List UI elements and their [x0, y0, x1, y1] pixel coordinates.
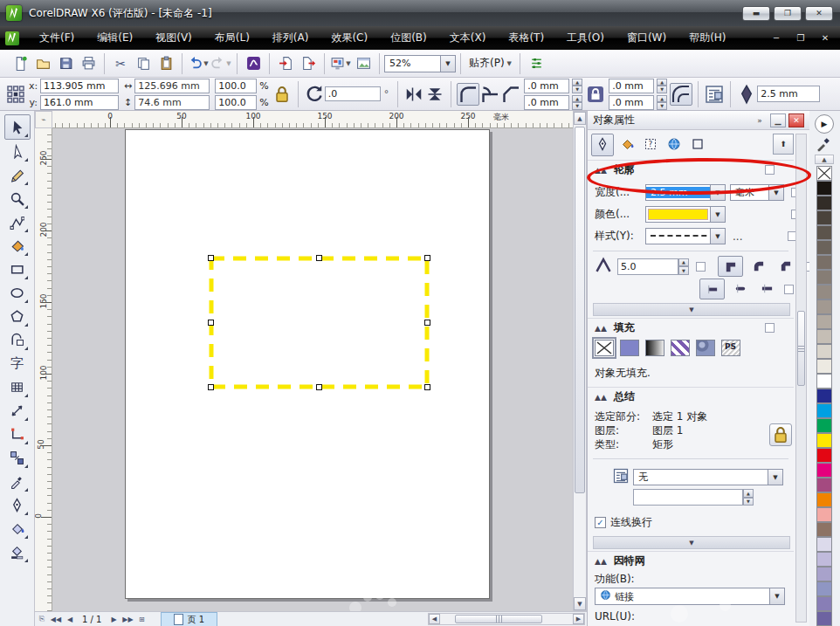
window-restore-button[interactable]: ❐: [774, 6, 802, 21]
wrap-text-button[interactable]: [704, 84, 725, 105]
corner-radius-tl-field[interactable]: .0 mm: [524, 79, 569, 93]
color-swatch[interactable]: [816, 225, 832, 240]
scroll-left-button[interactable]: ◀: [429, 614, 440, 624]
outline-link-checkbox[interactable]: [765, 165, 775, 175]
corner-radius-tr-field[interactable]: .0 mm: [609, 79, 654, 93]
summary-collapse-bar[interactable]: ▼: [593, 536, 790, 549]
options-button[interactable]: [525, 52, 547, 75]
polyline-tool[interactable]: [5, 210, 30, 234]
corner-radius-bl-field[interactable]: .0 mm: [524, 95, 569, 110]
open-button[interactable]: [31, 52, 54, 75]
edit-corners-together-button[interactable]: [585, 84, 606, 105]
menu-item-1[interactable]: 文件(F): [28, 26, 86, 50]
spinner[interactable]: ▲▼: [572, 79, 582, 93]
spinner[interactable]: ▲▼: [743, 489, 754, 506]
selected-rectangle[interactable]: [201, 248, 437, 397]
save-button[interactable]: [54, 52, 77, 75]
vertical-scrollbar[interactable]: ▲ ▼: [573, 111, 587, 611]
zoom-tool[interactable]: [5, 187, 30, 210]
menu-item-9[interactable]: 表格(T): [497, 26, 555, 50]
spinner[interactable]: ▲▼: [657, 95, 667, 110]
docker-expand-button[interactable]: »: [752, 114, 768, 127]
pattern-fill-button[interactable]: [671, 340, 690, 356]
uniform-fill-button[interactable]: [620, 340, 639, 356]
smart-fill-tool[interactable]: [5, 234, 30, 258]
application-launcher-button[interactable]: ▼: [329, 52, 352, 75]
add-page-button[interactable]: ⊞: [134, 613, 148, 625]
search-content-button[interactable]: [242, 52, 265, 75]
next-page-button[interactable]: ▶: [107, 613, 120, 625]
frame-tab[interactable]: [687, 134, 708, 155]
export-button[interactable]: [297, 52, 320, 75]
menu-item-10[interactable]: 工具(O): [555, 26, 616, 50]
transparency-tab[interactable]: ?: [640, 134, 661, 155]
color-swatch[interactable]: [816, 418, 832, 433]
outline-color-picker[interactable]: ▼: [645, 206, 726, 223]
color-swatch[interactable]: [816, 389, 832, 403]
style-more-button[interactable]: ...: [733, 230, 742, 243]
first-page-button[interactable]: ◀◀: [49, 613, 63, 625]
scalloped-corner-button[interactable]: [479, 84, 500, 105]
chevron-down-icon[interactable]: ▼: [769, 588, 784, 604]
selection-handle-se[interactable]: [424, 384, 430, 390]
spinner[interactable]: ▲▼: [657, 79, 667, 93]
horizontal-ruler[interactable]: 050100150200250毫米: [52, 111, 573, 128]
mirror-vertical-button[interactable]: [424, 84, 445, 105]
new-document-button[interactable]: [9, 52, 31, 75]
menu-item-11[interactable]: 窗口(W): [616, 26, 678, 50]
drawing-canvas[interactable]: [52, 128, 573, 611]
outline-section-header[interactable]: ▲▲ 轮廓: [588, 160, 794, 179]
relative-corner-scaling-button[interactable]: [670, 83, 692, 106]
pick-tool[interactable]: [4, 114, 31, 140]
fountain-fill-button[interactable]: [645, 340, 664, 356]
chevron-down-icon[interactable]: ▼: [710, 185, 725, 200]
color-swatch[interactable]: [816, 596, 832, 611]
outline-width-field[interactable]: 2.5 mm: [757, 86, 820, 102]
redo-button[interactable]: ▼: [210, 52, 232, 75]
chevron-down-icon[interactable]: ▼: [440, 56, 455, 72]
selection-handle-s[interactable]: [316, 384, 322, 390]
internet-section-header[interactable]: ▲▲ 因特网: [588, 551, 794, 570]
miter-link-checkbox[interactable]: [696, 262, 706, 272]
color-swatch[interactable]: [816, 359, 832, 374]
fill-section-header[interactable]: ▲▲ 填充: [588, 318, 794, 337]
window-minimize-button[interactable]: ▬: [742, 6, 770, 21]
menu-item-4[interactable]: 布局(L): [203, 26, 261, 50]
chevron-down-icon[interactable]: ▼: [768, 470, 782, 485]
rotation-angle-field[interactable]: .0: [325, 86, 381, 101]
color-swatch[interactable]: [816, 507, 832, 522]
outline-tab[interactable]: [591, 134, 614, 156]
round-join-button[interactable]: [747, 256, 770, 275]
color-swatch[interactable]: [816, 285, 832, 299]
color-swatch[interactable]: [816, 344, 832, 359]
selection-handle-e[interactable]: [424, 320, 430, 326]
color-swatch[interactable]: [816, 567, 832, 581]
color-swatch[interactable]: [816, 581, 832, 596]
lock-object-button[interactable]: [769, 423, 792, 446]
menu-item-12[interactable]: 帮助(H): [678, 26, 737, 50]
butt-cap-button[interactable]: [699, 279, 725, 299]
scroll-right-button[interactable]: ▶: [573, 614, 584, 624]
mirror-horizontal-button[interactable]: [403, 84, 424, 105]
color-swatch[interactable]: [816, 522, 832, 537]
rectangle-tool[interactable]: [5, 258, 30, 281]
undo-button[interactable]: ▼: [187, 52, 210, 75]
ruler-origin-button[interactable]: ⌁: [35, 111, 52, 128]
menu-item-7[interactable]: 位图(B): [379, 26, 438, 50]
fill-tool[interactable]: [5, 517, 30, 540]
shape-tool[interactable]: [5, 140, 30, 163]
summary-section-header[interactable]: ▲▲ 总结: [588, 387, 794, 406]
basic-shapes-tool[interactable]: [5, 328, 30, 352]
color-swatch[interactable]: [816, 537, 832, 552]
color-swatch[interactable]: [816, 270, 832, 285]
color-swatch[interactable]: [816, 255, 832, 270]
cut-button[interactable]: ✂: [109, 52, 132, 75]
round-corner-button[interactable]: [457, 83, 479, 106]
docker-scroll-thumb[interactable]: [797, 311, 805, 386]
scroll-up-button[interactable]: ▲: [574, 112, 586, 125]
x-position-field[interactable]: 113.905 mm: [40, 79, 119, 93]
color-swatch[interactable]: [816, 329, 832, 344]
horizontal-scrollbar[interactable]: ◀ ▶: [428, 613, 585, 625]
color-swatch[interactable]: [816, 374, 832, 389]
copy-button[interactable]: [132, 52, 155, 75]
